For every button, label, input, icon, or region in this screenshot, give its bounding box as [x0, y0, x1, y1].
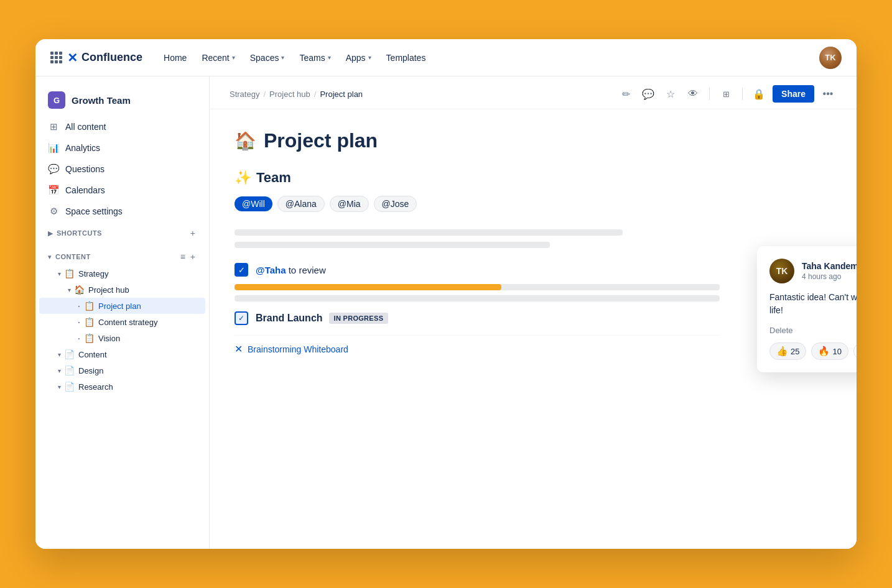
- user-avatar[interactable]: TK: [819, 47, 842, 69]
- browser-window: ✕ Confluence Home Recent ▾ Spaces ▾ Team…: [35, 39, 857, 549]
- team-heading: ✨ Team: [235, 170, 720, 186]
- brand-launch-row: Brand Launch IN PROGRESS: [256, 313, 388, 324]
- content-area: Strategy / Project hub / Project plan ✏ …: [210, 76, 857, 549]
- member-will[interactable]: @Will: [235, 196, 272, 211]
- filter-content-button[interactable]: ≡: [179, 250, 187, 263]
- brand-launch-label: Brand Launch: [256, 313, 323, 324]
- whiteboard-link[interactable]: Brainstorming Whiteboard: [248, 344, 348, 354]
- nav-recent[interactable]: Recent ▾: [195, 49, 241, 67]
- add-shortcut-button[interactable]: +: [189, 227, 197, 239]
- shortcuts-toggle[interactable]: ▶ SHORTCUTS: [48, 229, 102, 237]
- breadcrumb-project-hub[interactable]: Project hub: [269, 90, 310, 99]
- reaction-thumbsup[interactable]: 👍 25: [769, 342, 806, 360]
- grid-icon: [50, 52, 62, 63]
- fire-emoji: 🔥: [818, 346, 830, 357]
- task-checkbox[interactable]: ✓: [235, 263, 248, 277]
- shortcuts-chevron-icon: ▶: [48, 229, 53, 237]
- comment-button[interactable]: 💬: [639, 85, 657, 103]
- task-text: @Taha to review: [256, 265, 326, 275]
- tree-content-strategy[interactable]: • 📋 Content strategy: [39, 314, 205, 330]
- analytics-icon: 📊: [48, 142, 59, 154]
- top-nav: ✕ Confluence Home Recent ▾ Spaces ▾ Team…: [35, 39, 857, 76]
- space-icon: G: [48, 91, 65, 109]
- sidebar: G Growth Team ⊞ All content 📊 Analytics …: [35, 76, 210, 549]
- progress-bar-2: [235, 295, 720, 301]
- progress-fill-1: [235, 284, 501, 290]
- task-checkbox-2[interactable]: ✓: [235, 311, 248, 325]
- confluence-icon: ✕: [235, 343, 243, 355]
- edit-button[interactable]: ✏: [617, 85, 634, 103]
- comment-author-info: Taha Kandemir 4 hours ago: [802, 261, 857, 281]
- nav-apps[interactable]: Apps ▾: [340, 49, 378, 67]
- watch-button[interactable]: 👁: [684, 85, 702, 103]
- tree-vision[interactable]: • 📋 Vision: [39, 330, 205, 346]
- space-title: Growth Team: [72, 95, 131, 106]
- nav-teams[interactable]: Teams ▾: [293, 49, 337, 67]
- space-header[interactable]: G Growth Team: [35, 86, 209, 116]
- thumbsup-emoji: 👍: [776, 346, 788, 357]
- comment-author-name: Taha Kandemir: [802, 261, 857, 271]
- tree-research[interactable]: ▾ 📄 Research: [39, 379, 205, 395]
- nav-templates[interactable]: Templates: [380, 49, 432, 67]
- task-row-2: ✓ Brand Launch IN PROGRESS: [235, 311, 720, 325]
- nav-logo[interactable]: ✕ Confluence: [50, 50, 142, 65]
- sidebar-item-calendars[interactable]: 📅 Calendars: [35, 180, 209, 201]
- task-mention[interactable]: @Taha: [256, 265, 286, 275]
- calendars-icon: 📅: [48, 185, 59, 196]
- toolbar-divider-2: [742, 88, 743, 100]
- chevron-icon: ▾: [368, 54, 371, 61]
- sidebar-item-settings[interactable]: ⚙ Space settings: [35, 201, 209, 222]
- tree-strategy[interactable]: ▾ 📋 Strategy: [39, 265, 205, 282]
- design-chevron-icon: ▾: [54, 365, 64, 375]
- fire-count: 10: [832, 347, 841, 356]
- content-strategy-dot: •: [74, 319, 84, 325]
- tree-project-hub[interactable]: ▾ 🏠 Project hub: [39, 282, 205, 298]
- tree-design[interactable]: ▾ 📄 Design: [39, 362, 205, 379]
- placeholder-2: [235, 242, 550, 248]
- tree-content[interactable]: ▾ 📄 Content: [39, 346, 205, 362]
- more-options-button[interactable]: •••: [819, 85, 837, 103]
- lock-button[interactable]: 🔒: [750, 85, 768, 103]
- reaction-fire[interactable]: 🔥 10: [811, 342, 848, 360]
- team-emoji: ✨: [235, 170, 251, 186]
- comment-reactions: 👍 25 🔥 10 ☺: [769, 342, 857, 360]
- breadcrumb-sep-1: /: [263, 90, 266, 99]
- nav-home[interactable]: Home: [157, 49, 193, 67]
- chevron-icon: ▾: [232, 54, 235, 61]
- breadcrumb: Strategy / Project hub / Project plan: [230, 90, 363, 99]
- sidebar-item-analytics[interactable]: 📊 Analytics: [35, 137, 209, 158]
- toolbar-actions: ✏ 💬 ☆ 👁 ⊞ 🔒 Share •••: [617, 85, 837, 103]
- expand-button[interactable]: ⊞: [717, 85, 735, 103]
- page-title-row: 🏠 Project plan: [235, 129, 720, 152]
- thumbsup-count: 25: [791, 347, 799, 356]
- page-emoji: 🏠: [235, 131, 256, 151]
- project-plan-dot: •: [74, 303, 84, 309]
- share-button[interactable]: Share: [773, 85, 814, 103]
- breadcrumb-current: Project plan: [320, 90, 363, 99]
- add-content-button[interactable]: +: [189, 250, 197, 263]
- content-toggle[interactable]: ▾ CONTENT: [48, 253, 91, 261]
- member-mia[interactable]: @Mia: [330, 196, 369, 212]
- member-alana[interactable]: @Alana: [277, 196, 325, 212]
- nav-spaces[interactable]: Spaces ▾: [244, 49, 291, 67]
- breadcrumb-strategy[interactable]: Strategy: [230, 90, 259, 99]
- chevron-icon: ▾: [281, 54, 284, 61]
- sidebar-item-questions[interactable]: 💬 Questions: [35, 158, 209, 180]
- chevron-icon: ▾: [328, 54, 331, 61]
- page-content: 🏠 Project plan ✨ Team @Will @Alana @Mia …: [210, 109, 745, 382]
- main-layout: G Growth Team ⊞ All content 📊 Analytics …: [35, 76, 857, 549]
- check-icon-2: ✓: [238, 314, 244, 323]
- delete-comment-button[interactable]: Delete: [769, 326, 857, 335]
- sidebar-item-all-content[interactable]: ⊞ All content: [35, 116, 209, 137]
- member-jose[interactable]: @Jose: [374, 196, 417, 212]
- star-button[interactable]: ☆: [662, 85, 679, 103]
- all-content-icon: ⊞: [48, 121, 59, 132]
- in-progress-badge: IN PROGRESS: [329, 313, 389, 324]
- questions-icon: 💬: [48, 163, 59, 175]
- comment-text: Fantastic idea! Can't wait to see this c…: [769, 291, 857, 317]
- whiteboard-row[interactable]: ✕ Brainstorming Whiteboard: [235, 335, 720, 362]
- team-members: @Will @Alana @Mia @Jose: [235, 196, 720, 212]
- tree-project-plan[interactable]: • 📋 Project plan: [39, 298, 205, 314]
- add-reaction-button[interactable]: ☺: [853, 342, 857, 360]
- research-chevron-icon: ▾: [54, 382, 64, 392]
